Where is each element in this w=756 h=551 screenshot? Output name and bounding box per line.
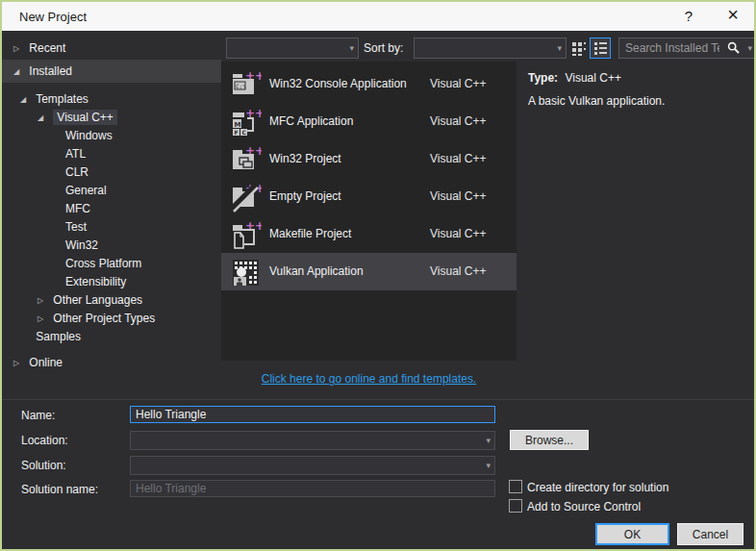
solution-dropdown[interactable]: Create new solution ▾: [130, 456, 495, 475]
template-row-makefile-project[interactable]: ++ Makefile Project Visual C++: [221, 215, 517, 253]
svg-text:F: F: [235, 129, 239, 136]
search-box: ▾: [618, 38, 756, 59]
framework-dropdown[interactable]: .NET Framework 4.5.2 ▾: [226, 38, 359, 59]
sidebar-item-clr[interactable]: CLR: [2, 163, 221, 182]
sidebar-item-other-project-types[interactable]: ▷ Other Project Types: [2, 310, 221, 328]
search-input[interactable]: [623, 39, 721, 57]
sidebar-item-other-languages[interactable]: ▷ Other Languages: [2, 291, 221, 310]
mfc-application-icon: ++ M F C: [231, 107, 262, 138]
sidebar-item-cross-platform[interactable]: Cross Platform: [2, 255, 221, 273]
template-row-vulkan-application[interactable]: Vulkan Application Visual C++: [221, 253, 517, 290]
sidebar-item-win32[interactable]: Win32: [2, 237, 221, 255]
sidebar-item-test[interactable]: Test: [2, 218, 221, 237]
search-icon[interactable]: [727, 41, 740, 54]
ok-button[interactable]: OK: [595, 523, 669, 545]
help-button[interactable]: ?: [685, 8, 693, 24]
sidebar-item-templates[interactable]: ◢ Templates: [2, 90, 221, 109]
small-icons-view-icon[interactable]: [569, 38, 589, 58]
svg-text:M: M: [235, 121, 241, 129]
solution-name-input[interactable]: [130, 480, 495, 497]
expander-expanded-icon[interactable]: ◢: [20, 90, 33, 109]
expander-collapsed-icon[interactable]: ▷: [13, 38, 26, 61]
sidebar-item-general[interactable]: General: [2, 182, 221, 200]
sidebar-item-samples[interactable]: Samples: [2, 328, 221, 346]
online-templates-link[interactable]: Click here to go online and find templat…: [262, 372, 476, 386]
dialog-title: New Project: [19, 10, 87, 24]
template-row-win32-console[interactable]: ++ C:\ Win32 Console Application Visual …: [221, 65, 517, 103]
cancel-button[interactable]: Cancel: [677, 523, 743, 545]
svg-text:C:\: C:\: [236, 83, 246, 89]
browse-button[interactable]: Browse...: [510, 430, 589, 450]
expander-collapsed-icon[interactable]: ▷: [13, 354, 26, 372]
chevron-down-icon: ▾: [486, 432, 491, 449]
template-description: A basic Vulkan application.: [528, 94, 665, 108]
win32-console-application-icon: ++ C:\: [231, 69, 262, 100]
sidebar-item-extensibility[interactable]: Extensibility: [2, 273, 221, 291]
sidebar-item-online[interactable]: ▷ Online: [2, 354, 221, 372]
sidebar-item-recent[interactable]: ▷ Recent: [2, 37, 221, 60]
expander-collapsed-icon[interactable]: ▷: [38, 291, 50, 310]
sidebar-item-visual-cpp[interactable]: ◢ Visual C++: [2, 109, 221, 127]
source-control-label: Add to Source Control: [527, 500, 641, 513]
sidebar-item-atl[interactable]: ATL: [2, 145, 221, 163]
project-form: Name: Location: c:\users\ \documents\vis…: [2, 400, 754, 551]
empty-project-icon: ++: [231, 182, 262, 213]
sort-by-label: Sort by:: [364, 41, 403, 55]
toolbar: .NET Framework 4.5.2 ▾ Sort by: Default …: [221, 31, 754, 62]
vulkan-application-icon: [231, 257, 262, 288]
location-dropdown[interactable]: c:\users\ \documents\visual studio 2015\…: [130, 431, 495, 450]
name-label: Name:: [21, 409, 55, 422]
chevron-down-icon: ▾: [486, 457, 491, 474]
sidebar-item-installed[interactable]: ◢ Installed: [2, 60, 221, 83]
create-directory-checkbox[interactable]: [509, 480, 522, 493]
location-label: Location:: [21, 434, 68, 447]
list-view-icon[interactable]: [590, 38, 611, 59]
close-button[interactable]: ×: [727, 4, 739, 26]
win32-project-icon: ++: [231, 144, 262, 175]
template-list: ++ C:\ Win32 Console Application Visual …: [221, 62, 517, 361]
template-row-win32-project[interactable]: ++ Win32 Project Visual C++: [221, 140, 517, 178]
new-project-dialog: New Project ? × .NET Framework 4.5.2 ▾ S…: [0, 0, 756, 551]
source-control-checkbox[interactable]: [509, 499, 522, 513]
svg-text:C: C: [242, 129, 247, 136]
chevron-down-icon[interactable]: ▾: [747, 38, 752, 58]
chevron-down-icon: ▾: [557, 38, 562, 58]
solution-label: Solution:: [21, 459, 66, 472]
category-tree: ▷ Recent ◢ Installed ◢ Templates ◢ Visua…: [2, 33, 221, 372]
chevron-down-icon: ▾: [349, 38, 354, 58]
template-details-panel: Type: Visual C++ A basic Vulkan applicat…: [517, 62, 754, 396]
type-label: Type:: [528, 71, 558, 85]
expander-expanded-icon[interactable]: ◢: [38, 109, 50, 127]
makefile-project-icon: ++: [231, 219, 262, 250]
sort-dropdown[interactable]: Default ▾: [414, 38, 567, 59]
online-templates-link-row: Click here to go online and find templat…: [221, 372, 517, 386]
expander-expanded-icon[interactable]: ◢: [13, 61, 26, 84]
type-value: Visual C++: [565, 71, 620, 85]
template-row-empty-project[interactable]: ++ Empty Project Visual C++: [221, 178, 517, 215]
solution-name-label: Solution name:: [21, 483, 98, 496]
project-name-input[interactable]: [130, 406, 495, 423]
title-bar: New Project ? ×: [2, 2, 754, 31]
create-directory-label: Create directory for solution: [527, 481, 668, 494]
expander-collapsed-icon[interactable]: ▷: [38, 310, 50, 328]
template-row-mfc-application[interactable]: ++ M F C MFC Application Visual C++: [221, 103, 517, 140]
sidebar-item-windows[interactable]: Windows: [2, 127, 221, 145]
sidebar-item-mfc[interactable]: MFC: [2, 200, 221, 218]
